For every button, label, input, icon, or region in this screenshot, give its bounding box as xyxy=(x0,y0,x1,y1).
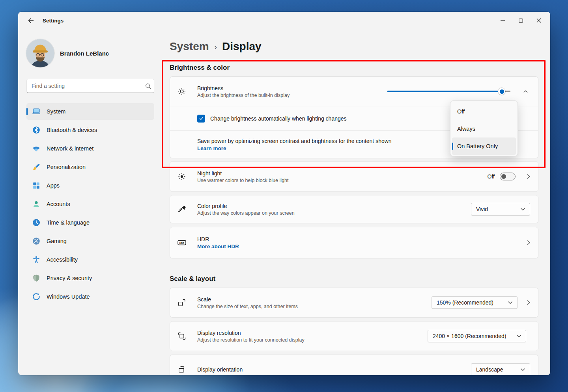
display-resolution-subtitle: Adjust the resolution to fit your connec… xyxy=(197,337,305,343)
hdr-icon: HDR xyxy=(177,238,187,247)
color-profile-dropdown[interactable]: Vivid xyxy=(471,203,530,216)
display-resolution-row: Display resolution Adjust the resolution… xyxy=(170,321,538,351)
display-resolution-dropdown[interactable]: 2400 × 1600 (Recommended) xyxy=(428,330,526,342)
color-profile-subtitle: Adjust the way colors appear on your scr… xyxy=(197,210,295,216)
night-light-subtitle: Use warmer colors to help block blue lig… xyxy=(197,178,288,183)
night-light-card: Night light Use warmer colors to help bl… xyxy=(170,161,538,192)
sidebar-item-label: Personalization xyxy=(47,164,86,170)
checkmark-icon xyxy=(199,116,204,121)
sidebar-item-bluetooth-devices[interactable]: Bluetooth & devices xyxy=(26,122,154,138)
sidebar-item-personalization[interactable]: Personalization xyxy=(26,159,154,175)
chevron-right-icon[interactable] xyxy=(526,300,531,305)
settings-window: Settings xyxy=(18,12,550,375)
color-profile-value: Vivid xyxy=(476,206,488,212)
sidebar-item-label: Accounts xyxy=(47,201,70,207)
sidebar-item-windows-update[interactable]: Windows Update xyxy=(26,288,154,305)
user-name: Brandon LeBlanc xyxy=(60,50,109,57)
chevron-down-icon xyxy=(501,301,512,304)
chevron-down-icon xyxy=(514,208,525,211)
search-box[interactable] xyxy=(26,79,154,93)
page-title: Display xyxy=(222,40,262,53)
avatar xyxy=(26,39,54,67)
flyout-option-label: Always xyxy=(457,126,475,132)
sidebar-item-label: Privacy & security xyxy=(47,275,92,281)
display-orientation-dropdown[interactable]: Landscape xyxy=(471,363,530,375)
brightness-slider[interactable] xyxy=(387,87,510,95)
color-profile-row: Color profile Adjust the way colors appe… xyxy=(170,195,538,223)
learn-more-link[interactable]: Learn more xyxy=(197,145,226,151)
scale-dropdown[interactable]: 150% (Recommended) xyxy=(432,296,518,309)
slider-track xyxy=(387,91,510,92)
flyout-option-off[interactable]: Off xyxy=(452,103,516,120)
flyout-option-label: On Battery Only xyxy=(457,143,498,149)
display-orientation-row: Display orientation Landscape xyxy=(170,355,538,375)
chevron-right-icon[interactable] xyxy=(526,174,531,179)
night-light-title: Night light xyxy=(197,170,288,176)
display-resolution-title: Display resolution xyxy=(197,330,305,336)
user-profile[interactable]: Brandon LeBlanc xyxy=(26,39,109,67)
desktop-wallpaper: Settings xyxy=(0,0,568,392)
sidebar-item-label: Gaming xyxy=(47,238,67,244)
brightness-subtitle: Adjust the brightness of the built-in di… xyxy=(197,93,290,98)
search-input[interactable] xyxy=(27,83,142,89)
color-profile-title: Color profile xyxy=(197,203,295,209)
brightness-icon xyxy=(177,87,187,96)
apps-icon xyxy=(32,181,41,190)
sidebar-item-gaming[interactable]: Gaming xyxy=(26,233,154,249)
collapse-button[interactable] xyxy=(520,86,531,97)
section-header-scale-layout: Scale & layout xyxy=(170,275,539,283)
selected-indicator xyxy=(452,143,453,150)
chevron-right-icon[interactable] xyxy=(526,240,531,245)
chevron-down-icon xyxy=(510,335,521,338)
breadcrumb-parent[interactable]: System xyxy=(170,40,209,53)
auto-brightness-checkbox[interactable] xyxy=(197,115,205,123)
night-light-icon xyxy=(177,172,187,181)
sidebar-item-privacy-security[interactable]: Privacy & security xyxy=(26,270,154,286)
display-resolution-value: 2400 × 1600 (Recommended) xyxy=(433,333,506,339)
scale-icon xyxy=(177,298,187,307)
more-about-hdr-link[interactable]: More about HDR xyxy=(197,243,239,249)
hdr-row[interactable]: HDR HDR More about HDR xyxy=(170,227,538,258)
auto-brightness-label: Change brightness automatically when lig… xyxy=(210,115,347,122)
scale-card: Scale Change the size of text, apps, and… xyxy=(170,288,538,318)
maximize-button[interactable] xyxy=(512,12,530,29)
network-icon xyxy=(32,144,41,153)
hdr-title: HDR xyxy=(197,236,239,242)
chevron-up-icon xyxy=(523,89,528,94)
sidebar-item-time-language[interactable]: Time & language xyxy=(26,214,154,231)
section-header-brightness-color: Brightness & color xyxy=(170,64,539,72)
sidebar-item-accessibility[interactable]: Accessibility xyxy=(26,251,154,268)
scale-title: Scale xyxy=(197,296,298,303)
flyout-option-label: Off xyxy=(457,108,465,115)
time-language-icon xyxy=(32,218,41,227)
chevron-down-icon xyxy=(514,368,525,371)
hdr-card: HDR HDR More about HDR xyxy=(170,227,538,258)
gaming-icon xyxy=(32,236,41,246)
save-power-text: Save power by optimizing screen contrast… xyxy=(197,138,392,144)
scale-row[interactable]: Scale Change the size of text, apps, and… xyxy=(170,288,538,317)
sidebar-item-accounts[interactable]: Accounts xyxy=(26,196,154,212)
sidebar-item-label: Apps xyxy=(47,182,60,189)
slider-handle[interactable] xyxy=(498,88,505,95)
night-light-row[interactable]: Night light Use warmer colors to help bl… xyxy=(170,162,538,191)
close-button[interactable] xyxy=(530,12,548,29)
minimize-button[interactable] xyxy=(493,12,512,29)
sidebar-item-label: System xyxy=(47,108,65,115)
titlebar: Settings xyxy=(18,12,550,29)
main-content: System › Display Brightness & color Brig… xyxy=(170,29,539,375)
flyout-option-always[interactable]: Always xyxy=(452,120,516,137)
sidebar-item-network-internet[interactable]: Network & internet xyxy=(26,140,154,157)
brightness-mode-flyout: Off Always On Battery Only xyxy=(450,100,518,156)
sidebar-item-apps[interactable]: Apps xyxy=(26,177,154,194)
brightness-title: Brightness xyxy=(197,85,290,91)
flyout-option-on-battery-only[interactable]: On Battery Only xyxy=(452,137,516,155)
back-button[interactable] xyxy=(24,15,37,26)
night-light-toggle[interactable] xyxy=(500,173,516,180)
slider-fill xyxy=(387,91,502,92)
sidebar-item-label: Network & internet xyxy=(47,145,93,152)
system-icon xyxy=(32,107,41,116)
window-title: Settings xyxy=(43,18,64,24)
display-orientation-icon xyxy=(177,365,187,374)
sidebar-item-system[interactable]: System xyxy=(26,103,154,120)
bluetooth-icon xyxy=(32,125,41,135)
